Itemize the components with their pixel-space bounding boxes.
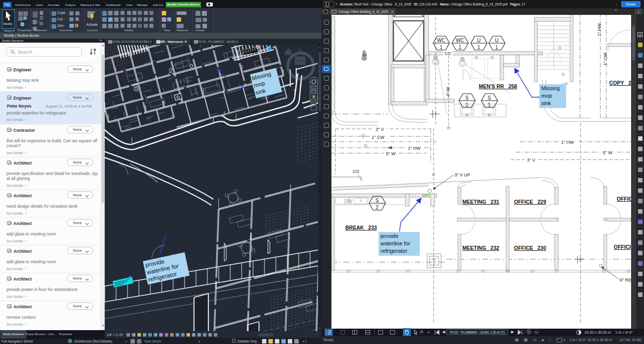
svg-text:OFFICI: OFFICI: [614, 244, 631, 250]
svg-text:2: 2: [376, 205, 379, 210]
svg-text:CO: CO: [353, 169, 359, 174]
svg-text:N: N: [298, 48, 301, 52]
svg-text:U: U: [477, 38, 480, 43]
svg-text:1" CW: 1" CW: [372, 135, 385, 140]
svg-text:3" V: 3" V: [376, 127, 384, 132]
svg-text:waterline for: waterline for: [380, 240, 410, 246]
svg-text:MEN'S RR 258: MEN'S RR 258: [479, 83, 517, 89]
svg-text:TOP: TOP: [297, 59, 303, 62]
svg-text:1: 1: [477, 45, 480, 50]
svg-text:1" HW: 1" HW: [408, 146, 421, 151]
svg-text:1" HW: 1" HW: [597, 23, 602, 36]
svg-text:DW: DW: [344, 199, 353, 204]
svg-text:COPY 2: COPY 2: [609, 80, 631, 86]
svg-text:CO: CO: [445, 51, 451, 56]
svg-text:WC: WC: [437, 38, 446, 43]
svg-text:OFFIC: OFFIC: [617, 196, 631, 202]
svg-text:sink: sink: [541, 100, 551, 106]
svg-text:BREAK 233: BREAK 233: [345, 225, 377, 230]
svg-text:5" W: 5" W: [386, 151, 396, 156]
svg-text:WC: WC: [456, 38, 464, 43]
svg-text:MEETING 232: MEETING 232: [462, 245, 499, 251]
svg-text:3" V: 3" V: [527, 158, 535, 163]
svg-text:OFFICE 229: OFFICE 229: [514, 199, 546, 205]
svg-text:1" CW: 1" CW: [603, 53, 608, 65]
svg-text:S: S: [465, 95, 469, 101]
svg-text:5" W: 5" W: [603, 150, 613, 155]
svg-text:S: S: [376, 198, 379, 203]
svg-text:OFFICE 230: OFFICE 230: [514, 245, 546, 251]
svg-text:3" V UP: 3" V UP: [454, 172, 470, 177]
svg-text:Missing: Missing: [541, 85, 560, 91]
svg-text:1" HW: 1" HW: [561, 140, 574, 145]
svg-text:4" W: 4" W: [446, 87, 451, 97]
svg-text:1: 1: [458, 45, 461, 50]
svg-text:1: 1: [488, 102, 491, 108]
svg-text:provide: provide: [381, 233, 398, 239]
svg-text:1: 1: [440, 45, 443, 50]
svg-text:1: 1: [465, 102, 468, 108]
svg-text:mop: mop: [541, 93, 552, 99]
svg-text:refrigerator: refrigerator: [381, 248, 407, 254]
svg-text:MEETING 231: MEETING 231: [462, 199, 499, 205]
svg-text:6" RD: 6" RD: [620, 278, 631, 283]
svg-text:U: U: [495, 38, 498, 43]
svg-text:S: S: [488, 95, 491, 101]
svg-text:1: 1: [495, 45, 498, 50]
